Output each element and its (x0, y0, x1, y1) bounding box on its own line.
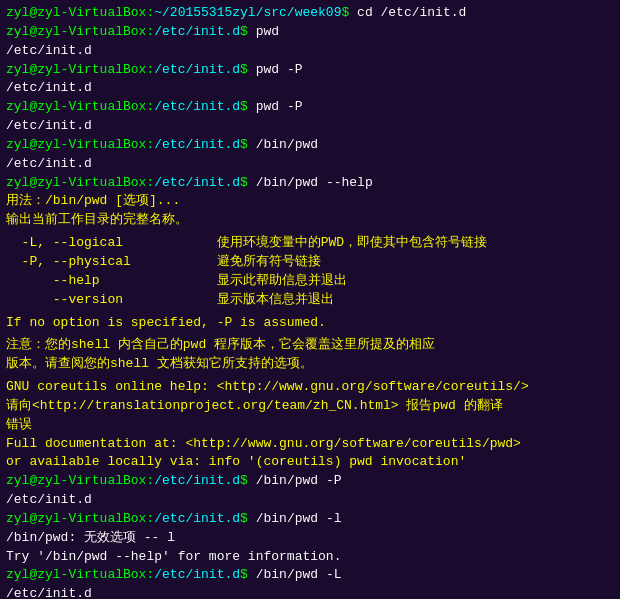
prompt-path: /etc/init.d (154, 175, 240, 190)
terminal-line: 请向<http://translationproject.org/team/zh… (6, 397, 614, 416)
terminal-line: 版本。请查阅您的shell 文档获知它所支持的选项。 (6, 355, 614, 374)
terminal-line: /etc/init.d (6, 79, 614, 98)
terminal-line: Try '/bin/pwd --help' for more informati… (6, 548, 614, 567)
prompt-command: /bin/pwd (248, 137, 318, 152)
prompt-command: cd /etc/init.d (349, 5, 466, 20)
terminal-line: zyl@zyl-VirtualBox:/etc/init.d$ pwd -P (6, 61, 614, 80)
prompt-user: zyl@zyl-VirtualBox: (6, 5, 154, 20)
prompt-command: pwd -P (248, 62, 303, 77)
terminal-line: zyl@zyl-VirtualBox:/etc/init.d$ /bin/pwd… (6, 510, 614, 529)
prompt-user: zyl@zyl-VirtualBox: (6, 137, 154, 152)
prompt-path: /etc/init.d (154, 473, 240, 488)
prompt-dollar: $ (240, 24, 248, 39)
terminal-line: -P, --physical 避免所有符号链接 (6, 253, 614, 272)
terminal-line: or available locally via: info '(coreuti… (6, 453, 614, 472)
terminal: zyl@zyl-VirtualBox:~/20155315zyl/src/wee… (0, 0, 620, 599)
prompt-path: ~/20155315zyl/src/week09 (154, 5, 341, 20)
prompt-path: /etc/init.d (154, 137, 240, 152)
prompt-path: /etc/init.d (154, 62, 240, 77)
prompt-path: /etc/init.d (154, 24, 240, 39)
terminal-line: If no option is specified, -P is assumed… (6, 314, 614, 333)
prompt-command: /bin/pwd -P (248, 473, 342, 488)
terminal-line: --version 显示版本信息并退出 (6, 291, 614, 310)
terminal-line: zyl@zyl-VirtualBox:/etc/init.d$ /bin/pwd (6, 136, 614, 155)
terminal-line: zyl@zyl-VirtualBox:/etc/init.d$ pwd -P (6, 98, 614, 117)
prompt-path: /etc/init.d (154, 511, 240, 526)
prompt-dollar: $ (240, 137, 248, 152)
prompt-command: pwd -P (248, 99, 303, 114)
terminal-line: zyl@zyl-VirtualBox:~/20155315zyl/src/wee… (6, 4, 614, 23)
prompt-user: zyl@zyl-VirtualBox: (6, 24, 154, 39)
prompt-dollar: $ (240, 473, 248, 488)
terminal-line: zyl@zyl-VirtualBox:/etc/init.d$ pwd (6, 23, 614, 42)
terminal-line: /etc/init.d (6, 42, 614, 61)
prompt-user: zyl@zyl-VirtualBox: (6, 99, 154, 114)
terminal-line: /bin/pwd: 无效选项 -- l (6, 529, 614, 548)
prompt-command: pwd (248, 24, 279, 39)
prompt-user: zyl@zyl-VirtualBox: (6, 175, 154, 190)
prompt-path: /etc/init.d (154, 567, 240, 582)
prompt-user: zyl@zyl-VirtualBox: (6, 567, 154, 582)
prompt-dollar: $ (240, 511, 248, 526)
terminal-line: Full documentation at: <http://www.gnu.o… (6, 435, 614, 454)
prompt-user: zyl@zyl-VirtualBox: (6, 473, 154, 488)
prompt-user: zyl@zyl-VirtualBox: (6, 62, 154, 77)
prompt-user: zyl@zyl-VirtualBox: (6, 511, 154, 526)
terminal-line: zyl@zyl-VirtualBox:/etc/init.d$ /bin/pwd… (6, 566, 614, 585)
terminal-line: 用法：/bin/pwd [选项]... (6, 192, 614, 211)
terminal-line: /etc/init.d (6, 585, 614, 599)
terminal-line: 错误 (6, 416, 614, 435)
terminal-line: /etc/init.d (6, 155, 614, 174)
prompt-dollar: $ (240, 99, 248, 114)
prompt-dollar: $ (240, 175, 248, 190)
terminal-line: zyl@zyl-VirtualBox:/etc/init.d$ /bin/pwd… (6, 472, 614, 491)
terminal-line: -L, --logical 使用环境变量中的PWD，即使其中包含符号链接 (6, 234, 614, 253)
prompt-command: /bin/pwd --help (248, 175, 373, 190)
terminal-line: /etc/init.d (6, 491, 614, 510)
prompt-command: /bin/pwd -L (248, 567, 342, 582)
terminal-line: 输出当前工作目录的完整名称。 (6, 211, 614, 230)
prompt-path: /etc/init.d (154, 99, 240, 114)
terminal-line: zyl@zyl-VirtualBox:/etc/init.d$ /bin/pwd… (6, 174, 614, 193)
prompt-dollar: $ (240, 567, 248, 582)
prompt-dollar: $ (240, 62, 248, 77)
terminal-line: GNU coreutils online help: <http://www.g… (6, 378, 614, 397)
terminal-line: --help 显示此帮助信息并退出 (6, 272, 614, 291)
terminal-line: 注意：您的shell 内含自己的pwd 程序版本，它会覆盖这里所提及的相应 (6, 336, 614, 355)
prompt-command: /bin/pwd -l (248, 511, 342, 526)
terminal-line: /etc/init.d (6, 117, 614, 136)
